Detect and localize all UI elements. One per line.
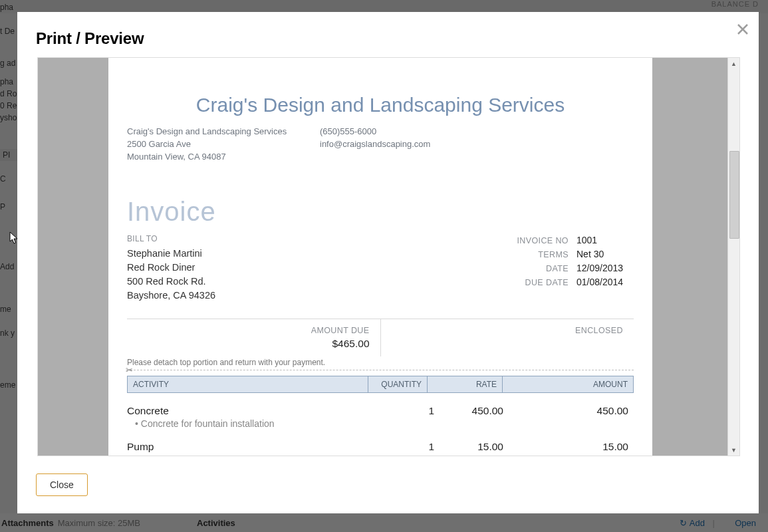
line-item-qty: 1 (386, 405, 440, 417)
perforation-line: ✂ (127, 370, 634, 370)
close-icon[interactable] (735, 21, 751, 37)
line-items-header: ACTIVITY QUANTITY RATE AMOUNT (127, 376, 634, 393)
bill-to-addr2: Bayshore, CA 94326 (127, 289, 517, 303)
line-item-qty: 1 (386, 441, 440, 453)
invoice-meta: INVOICE NO1001 TERMSNet 30 DATE12/09/201… (517, 233, 634, 303)
company-name: Craig's Design and Landscaping Services (127, 126, 320, 138)
company-addr2: Mountain View, CA 94087 (127, 151, 320, 164)
line-item-amount: 15.00 (509, 441, 634, 453)
company-title: Craig's Design and Landscaping Services (108, 94, 652, 116)
document-type: Invoice (127, 197, 652, 227)
bill-to-label: BILL TO (127, 233, 517, 245)
bill-to-block: BILL TO Stephanie Martini Red Rock Diner… (127, 233, 517, 303)
scroll-down-arrow-icon[interactable]: ▼ (728, 444, 739, 456)
invoice-due-date: 01/08/2014 (576, 275, 634, 289)
invoice-page: Craig's Design and Landscaping Services … (108, 58, 652, 456)
detach-note: Please detach top portion and return wit… (127, 358, 634, 367)
vertical-scrollbar[interactable]: ▲ ▼ (727, 58, 739, 456)
line-item-rate: 450.00 (440, 405, 509, 417)
invoice-date: 12/09/2013 (576, 261, 634, 275)
line-item-name: Pump (127, 441, 386, 453)
enclosed-block: ENCLOSED (380, 319, 634, 356)
scroll-up-arrow-icon[interactable]: ▲ (728, 58, 739, 69)
bill-to-name: Stephanie Martini (127, 247, 517, 261)
line-item-desc: Concrete for fountain installation (135, 418, 634, 429)
line-item: Pump 1 15.00 15.00 (127, 441, 634, 453)
company-contact-block: (650)555-6000 info@craigslandscaping.com (320, 126, 430, 164)
company-email: info@craigslandscaping.com (320, 138, 430, 151)
bill-to-company: Red Rock Diner (127, 261, 517, 275)
close-button[interactable]: Close (36, 473, 88, 496)
line-item-desc: Fountain Pump (135, 454, 634, 456)
company-address-block: Craig's Design and Landscaping Services … (127, 126, 320, 164)
scroll-thumb[interactable] (729, 151, 739, 239)
line-item: Concrete 1 450.00 450.00 (127, 405, 634, 417)
amount-due-block: AMOUNT DUE $465.00 (127, 319, 380, 356)
line-item-name: Concrete (127, 405, 386, 417)
print-preview-modal: Print / Preview Craig's Design and Lands… (17, 12, 759, 513)
scissors-icon: ✂ (126, 365, 133, 375)
company-phone: (650)555-6000 (320, 126, 430, 138)
preview-viewport: Craig's Design and Landscaping Services … (37, 57, 740, 456)
bill-to-addr1: 500 Red Rock Rd. (127, 275, 517, 289)
invoice-terms: Net 30 (576, 247, 634, 261)
amount-due-value: $465.00 (127, 338, 370, 350)
line-item-amount: 450.00 (509, 405, 634, 417)
company-addr1: 2500 Garcia Ave (127, 138, 320, 151)
modal-title: Print / Preview (36, 29, 144, 48)
invoice-number: 1001 (576, 233, 634, 247)
line-item-rate: 15.00 (440, 441, 509, 453)
